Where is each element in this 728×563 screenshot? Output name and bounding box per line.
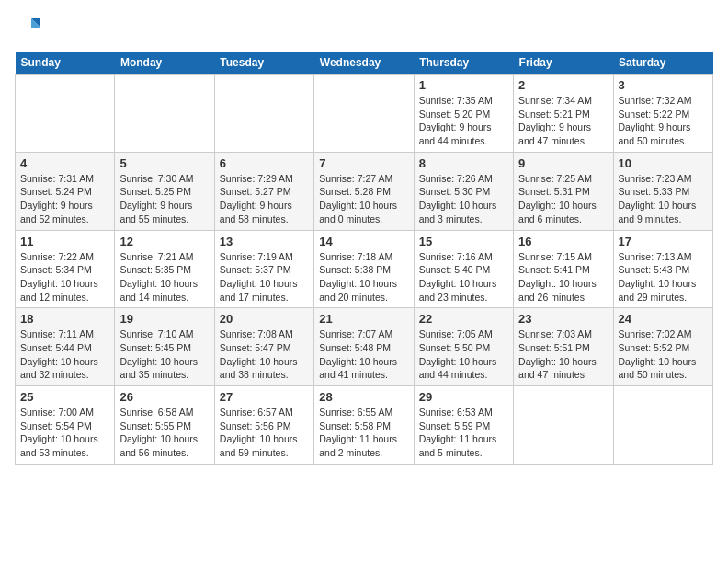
day-info: Sunrise: 7:07 AM Sunset: 5:48 PM Dayligh…: [319, 327, 408, 382]
calendar-cell: 4Sunrise: 7:31 AM Sunset: 5:24 PM Daylig…: [16, 152, 115, 230]
day-number: 6: [220, 156, 309, 170]
day-number: 17: [619, 235, 708, 248]
day-number: 13: [220, 235, 309, 248]
day-info: Sunrise: 7:25 AM Sunset: 5:31 PM Dayligh…: [518, 172, 608, 226]
calendar-cell: [214, 75, 313, 153]
calendar-cell: [314, 75, 414, 153]
day-number: 5: [119, 156, 209, 170]
calendar-cell: 9Sunrise: 7:25 AM Sunset: 5:31 PM Daylig…: [514, 152, 613, 230]
day-info: Sunrise: 7:10 AM Sunset: 5:45 PM Dayligh…: [119, 327, 209, 382]
day-info: Sunrise: 7:21 AM Sunset: 5:35 PM Dayligh…: [119, 250, 209, 304]
day-info: Sunrise: 6:57 AM Sunset: 5:56 PM Dayligh…: [220, 406, 309, 460]
day-info: Sunrise: 7:08 AM Sunset: 5:47 PM Dayligh…: [220, 327, 309, 382]
day-info: Sunrise: 7:00 AM Sunset: 5:54 PM Dayligh…: [20, 406, 109, 460]
day-number: 22: [419, 312, 508, 326]
calendar-cell: 22Sunrise: 7:05 AM Sunset: 5:50 PM Dayli…: [414, 308, 513, 386]
calendar-cell: 15Sunrise: 7:16 AM Sunset: 5:40 PM Dayli…: [414, 230, 513, 308]
calendar-table: SundayMondayTuesdayWednesdayThursdayFrid…: [15, 52, 713, 465]
calendar-cell: 20Sunrise: 7:08 AM Sunset: 5:47 PM Dayli…: [214, 308, 313, 386]
col-header-saturday: Saturday: [613, 52, 712, 75]
day-info: Sunrise: 7:26 AM Sunset: 5:30 PM Dayligh…: [419, 172, 508, 226]
calendar-cell: 14Sunrise: 7:18 AM Sunset: 5:38 PM Dayli…: [314, 230, 414, 308]
day-number: 10: [619, 156, 708, 170]
day-info: Sunrise: 7:23 AM Sunset: 5:33 PM Dayligh…: [619, 172, 708, 226]
day-info: Sunrise: 7:27 AM Sunset: 5:28 PM Dayligh…: [319, 172, 408, 226]
calendar-cell: 13Sunrise: 7:19 AM Sunset: 5:37 PM Dayli…: [214, 230, 313, 308]
day-number: 18: [20, 312, 109, 326]
day-number: 23: [518, 312, 608, 326]
day-number: 25: [20, 390, 109, 404]
logo: [15, 15, 42, 40]
day-info: Sunrise: 7:13 AM Sunset: 5:43 PM Dayligh…: [619, 250, 708, 304]
day-info: Sunrise: 7:35 AM Sunset: 5:20 PM Dayligh…: [419, 94, 508, 148]
calendar-cell: [514, 386, 613, 465]
calendar-cell: 8Sunrise: 7:26 AM Sunset: 5:30 PM Daylig…: [414, 152, 513, 230]
col-header-tuesday: Tuesday: [214, 52, 313, 75]
col-header-friday: Friday: [514, 52, 613, 75]
day-number: 14: [319, 235, 408, 248]
calendar-cell: 3Sunrise: 7:32 AM Sunset: 5:22 PM Daylig…: [613, 75, 712, 153]
day-number: 3: [619, 78, 708, 92]
calendar-cell: 24Sunrise: 7:02 AM Sunset: 5:52 PM Dayli…: [613, 308, 712, 386]
day-info: Sunrise: 7:30 AM Sunset: 5:25 PM Dayligh…: [119, 172, 209, 226]
day-number: 11: [20, 235, 109, 248]
day-number: 2: [518, 78, 608, 92]
calendar-cell: 6Sunrise: 7:29 AM Sunset: 5:27 PM Daylig…: [214, 152, 313, 230]
day-info: Sunrise: 7:02 AM Sunset: 5:52 PM Dayligh…: [619, 327, 708, 382]
day-number: 20: [220, 312, 309, 326]
day-info: Sunrise: 6:58 AM Sunset: 5:55 PM Dayligh…: [119, 406, 209, 460]
day-info: Sunrise: 6:53 AM Sunset: 5:59 PM Dayligh…: [419, 406, 508, 460]
day-number: 8: [419, 156, 508, 170]
day-number: 12: [119, 235, 209, 248]
calendar-cell: 7Sunrise: 7:27 AM Sunset: 5:28 PM Daylig…: [314, 152, 414, 230]
day-number: 21: [319, 312, 408, 326]
day-info: Sunrise: 7:11 AM Sunset: 5:44 PM Dayligh…: [20, 327, 109, 382]
day-number: 26: [119, 390, 209, 404]
calendar-cell: 19Sunrise: 7:10 AM Sunset: 5:45 PM Dayli…: [115, 308, 214, 386]
col-header-sunday: Sunday: [16, 52, 115, 75]
day-info: Sunrise: 7:18 AM Sunset: 5:38 PM Dayligh…: [319, 250, 408, 304]
col-header-thursday: Thursday: [414, 52, 513, 75]
calendar-cell: 29Sunrise: 6:53 AM Sunset: 5:59 PM Dayli…: [414, 386, 513, 465]
calendar-cell: [613, 386, 712, 465]
day-info: Sunrise: 6:55 AM Sunset: 5:58 PM Dayligh…: [319, 406, 408, 460]
day-number: 7: [319, 156, 408, 170]
day-number: 28: [319, 390, 408, 404]
calendar-cell: 26Sunrise: 6:58 AM Sunset: 5:55 PM Dayli…: [115, 386, 214, 465]
day-number: 24: [619, 312, 708, 326]
calendar-cell: 16Sunrise: 7:15 AM Sunset: 5:41 PM Dayli…: [514, 230, 613, 308]
day-number: 4: [20, 156, 109, 170]
day-number: 15: [419, 235, 508, 248]
calendar-cell: 12Sunrise: 7:21 AM Sunset: 5:35 PM Dayli…: [115, 230, 214, 308]
calendar-cell: [115, 75, 214, 153]
calendar-cell: 25Sunrise: 7:00 AM Sunset: 5:54 PM Dayli…: [16, 386, 115, 465]
calendar-cell: 1Sunrise: 7:35 AM Sunset: 5:20 PM Daylig…: [414, 75, 513, 153]
logo-icon: [15, 15, 40, 40]
calendar-cell: 10Sunrise: 7:23 AM Sunset: 5:33 PM Dayli…: [613, 152, 712, 230]
day-info: Sunrise: 7:16 AM Sunset: 5:40 PM Dayligh…: [419, 250, 508, 304]
day-number: 16: [518, 235, 608, 248]
day-number: 1: [419, 78, 508, 92]
day-number: 27: [220, 390, 309, 404]
calendar-cell: 11Sunrise: 7:22 AM Sunset: 5:34 PM Dayli…: [16, 230, 115, 308]
calendar-cell: 21Sunrise: 7:07 AM Sunset: 5:48 PM Dayli…: [314, 308, 414, 386]
page-header: [15, 15, 713, 40]
calendar-cell: 18Sunrise: 7:11 AM Sunset: 5:44 PM Dayli…: [16, 308, 115, 386]
calendar-cell: 5Sunrise: 7:30 AM Sunset: 5:25 PM Daylig…: [115, 152, 214, 230]
day-number: 19: [119, 312, 209, 326]
day-info: Sunrise: 7:32 AM Sunset: 5:22 PM Dayligh…: [619, 94, 708, 148]
day-info: Sunrise: 7:22 AM Sunset: 5:34 PM Dayligh…: [20, 250, 109, 304]
calendar-cell: 2Sunrise: 7:34 AM Sunset: 5:21 PM Daylig…: [514, 75, 613, 153]
calendar-cell: [16, 75, 115, 153]
day-number: 29: [419, 390, 508, 404]
calendar-cell: 28Sunrise: 6:55 AM Sunset: 5:58 PM Dayli…: [314, 386, 414, 465]
day-info: Sunrise: 7:34 AM Sunset: 5:21 PM Dayligh…: [518, 94, 608, 148]
day-info: Sunrise: 7:31 AM Sunset: 5:24 PM Dayligh…: [20, 172, 109, 226]
day-info: Sunrise: 7:15 AM Sunset: 5:41 PM Dayligh…: [518, 250, 608, 304]
col-header-wednesday: Wednesday: [314, 52, 414, 75]
day-number: 9: [518, 156, 608, 170]
day-info: Sunrise: 7:19 AM Sunset: 5:37 PM Dayligh…: [220, 250, 309, 304]
day-info: Sunrise: 7:05 AM Sunset: 5:50 PM Dayligh…: [419, 327, 508, 382]
day-info: Sunrise: 7:29 AM Sunset: 5:27 PM Dayligh…: [220, 172, 309, 226]
calendar-cell: 17Sunrise: 7:13 AM Sunset: 5:43 PM Dayli…: [613, 230, 712, 308]
